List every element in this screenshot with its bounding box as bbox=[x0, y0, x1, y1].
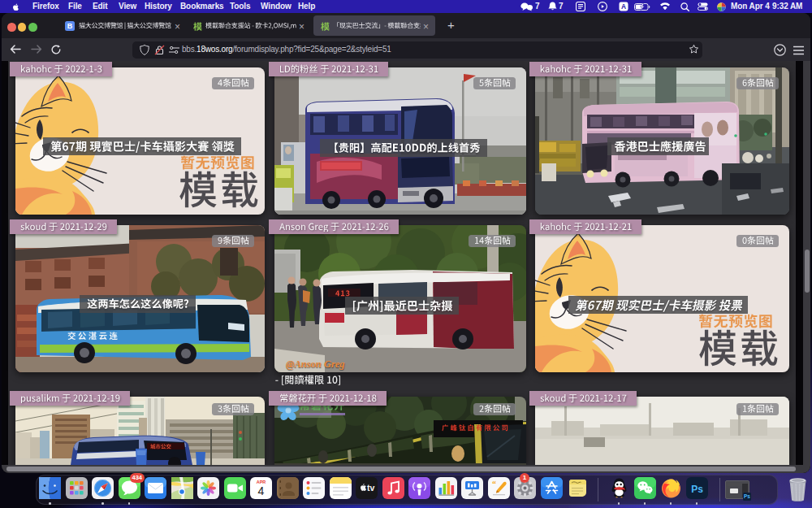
svg-text:tv: tv bbox=[367, 483, 374, 493]
svg-text:“: “ bbox=[492, 480, 496, 488]
svg-text:APR: APR bbox=[257, 480, 266, 484]
svg-text:4: 4 bbox=[258, 484, 265, 497]
svg-text:Ps: Ps bbox=[691, 484, 703, 495]
svg-text:A: A bbox=[621, 2, 626, 11]
